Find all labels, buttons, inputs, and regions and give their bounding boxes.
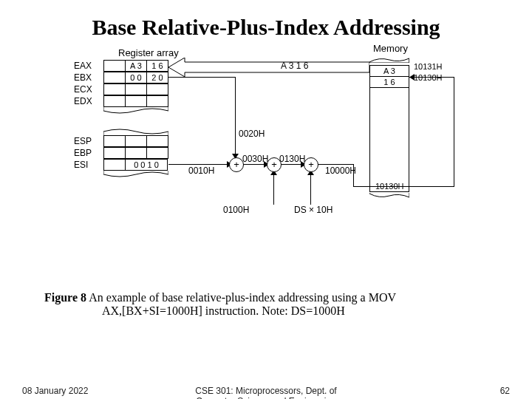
reg-block1-bottom-wave	[103, 106, 168, 115]
ds-wire	[310, 171, 311, 205]
figure-label: Figure 8	[44, 291, 86, 304]
memory-label: Memory	[373, 43, 408, 54]
sum1-value: 0030H	[242, 154, 268, 164]
reg-name-eax: EAX	[74, 61, 92, 71]
sum2-wire	[281, 164, 303, 165]
addressing-diagram: Register array EAX A 3 1 6 EBX 0 0 2 0 E…	[30, 47, 502, 269]
addr-path-bot	[353, 186, 454, 187]
disp-value: 0100H	[223, 205, 249, 215]
memory-column: A 3 1 6	[369, 55, 409, 202]
reg-eax: A 3 1 6	[103, 60, 168, 72]
svg-marker-0	[168, 58, 369, 77]
reg-name-ebp: EBP	[74, 148, 92, 158]
reg-edx	[103, 95, 168, 107]
caption-line1: An example of base relative-plus-index a…	[86, 291, 396, 304]
addr-path-v	[454, 77, 454, 186]
sum2-value: 0130H	[279, 154, 305, 164]
reg-name-esi: ESI	[74, 160, 88, 170]
adder-2: +	[267, 157, 282, 172]
data-bus-arrow	[168, 58, 369, 77]
mem-cell-1: 1 6	[369, 77, 409, 88]
footer-page: 62	[500, 386, 510, 396]
reg-ebp	[103, 147, 168, 159]
reg-esi: 0 0 1 0	[103, 159, 168, 171]
register-array-label: Register array	[118, 47, 179, 58]
adder-1: +	[229, 157, 244, 172]
ds-out-wire	[318, 164, 353, 165]
disp-wire	[273, 171, 274, 205]
reg-name-ebx: EBX	[74, 72, 92, 83]
footer-course: CSE 301: Microprocessors, Dept. of Compu…	[0, 386, 532, 399]
ebx-wire-h	[168, 77, 235, 78]
reg-ecx	[103, 83, 168, 95]
reg-name-ecx: ECX	[74, 84, 92, 95]
reg-esp	[103, 135, 168, 147]
adder-3: +	[304, 157, 318, 172]
ds-calc-label: DS × 10H	[294, 205, 332, 215]
mem-cell-0: A 3	[369, 65, 409, 77]
ds-out-value: 10000H	[325, 166, 356, 176]
addr-path-up	[353, 164, 354, 186]
svg-marker-7	[409, 74, 415, 81]
sum1-wire	[243, 164, 266, 165]
ebx-wire-v	[235, 77, 236, 156]
arrow-left-icon	[409, 74, 415, 81]
mem-addr-0: 10131H	[414, 62, 443, 71]
esi-wire	[168, 164, 229, 165]
addr-path-top	[409, 77, 454, 78]
caption-line2: AX,[BX+SI=1000H] instruction. Note: DS=1…	[44, 304, 488, 318]
ebx-value: 0020H	[239, 129, 265, 139]
page-title: Base Relative-Plus-Index Addressing	[0, 15, 532, 40]
reg-name-edx: EDX	[74, 96, 92, 106]
figure-caption: Figure 8 An example of base relative-plu…	[44, 291, 488, 318]
mem-addr-1: 10130H	[414, 73, 443, 82]
esi-value: 0010H	[188, 166, 214, 176]
reg-name-esp: ESP	[74, 136, 92, 146]
data-bus-value: A 3 1 6	[281, 61, 308, 71]
reg-block2-bottom-wave	[103, 170, 168, 179]
reg-ebx: 0 0 2 0	[103, 72, 168, 83]
